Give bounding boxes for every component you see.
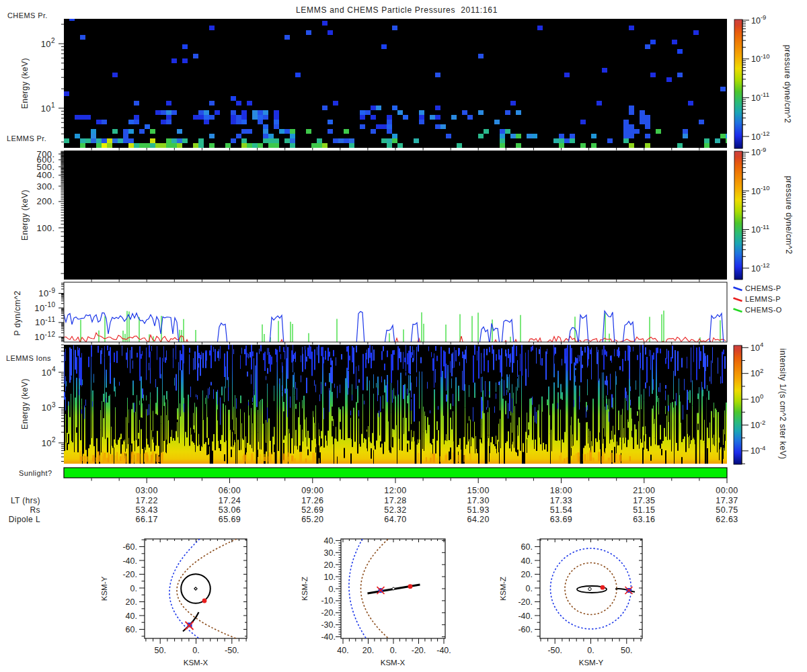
svg-text:09:00: 09:00 xyxy=(301,486,323,495)
svg-text:-40.: -40. xyxy=(122,556,137,566)
svg-text:03:00: 03:00 xyxy=(136,486,158,495)
svg-text:17.26: 17.26 xyxy=(301,496,323,505)
svg-text:17.24: 17.24 xyxy=(219,496,241,505)
svg-text:17.22: 17.22 xyxy=(136,496,158,505)
svg-text:51.15: 51.15 xyxy=(633,505,655,515)
svg-text:Rs: Rs xyxy=(30,505,40,515)
svg-text:LEMMS and CHEMS Particle Press: LEMMS and CHEMS Particle Pressures 2011:… xyxy=(296,5,498,15)
svg-text:-40.: -40. xyxy=(518,612,533,621)
svg-text:06:00: 06:00 xyxy=(219,486,241,495)
svg-text:52.69: 52.69 xyxy=(301,505,323,515)
svg-text:LT (hrs): LT (hrs) xyxy=(11,496,40,505)
svg-text:CHEMS-P: CHEMS-P xyxy=(745,284,781,292)
svg-text:0.: 0. xyxy=(192,646,199,655)
svg-text:17.28: 17.28 xyxy=(384,496,406,505)
svg-text:200.: 200. xyxy=(37,196,55,206)
svg-text:-40.: -40. xyxy=(436,646,451,655)
svg-text:60.: 60. xyxy=(126,625,137,634)
svg-text:-60.: -60. xyxy=(122,542,137,552)
svg-text:-40.: -40. xyxy=(321,632,336,642)
svg-text:KSM-Y: KSM-Y xyxy=(579,659,604,667)
svg-text:intensity 1/(s cm^2 ster keV): intensity 1/(s cm^2 ster keV) xyxy=(778,349,787,460)
svg-text:-20.: -20. xyxy=(122,570,137,579)
svg-text:64.20: 64.20 xyxy=(467,515,490,524)
svg-text:17.33: 17.33 xyxy=(550,496,572,505)
svg-text:66.17: 66.17 xyxy=(136,515,158,524)
svg-text:52.32: 52.32 xyxy=(384,505,406,515)
svg-text:20.: 20. xyxy=(324,560,336,570)
svg-text:pressure dyne/cm^2: pressure dyne/cm^2 xyxy=(783,45,792,124)
svg-text:12:00: 12:00 xyxy=(384,486,406,495)
svg-text:300.: 300. xyxy=(37,181,55,192)
svg-text:51.93: 51.93 xyxy=(467,505,490,515)
svg-text:10.: 10. xyxy=(324,573,336,582)
svg-text:50.: 50. xyxy=(155,646,166,655)
svg-text:100.: 100. xyxy=(37,223,55,233)
svg-text:17.35: 17.35 xyxy=(633,496,655,505)
svg-text:-20.: -20. xyxy=(518,597,533,607)
svg-text:KSM-Y: KSM-Y xyxy=(100,576,108,601)
svg-text:700.: 700. xyxy=(37,149,55,159)
svg-text:CHEMS Pr.: CHEMS Pr. xyxy=(7,11,48,19)
svg-text:53.43: 53.43 xyxy=(136,505,158,515)
svg-text:KSM-Z: KSM-Z xyxy=(499,577,507,601)
svg-text:KSM-Z: KSM-Z xyxy=(301,577,309,601)
svg-text:17.37: 17.37 xyxy=(716,496,738,505)
svg-text:-60.: -60. xyxy=(518,625,533,634)
svg-text:40.: 40. xyxy=(337,646,348,655)
svg-text:30.: 30. xyxy=(324,548,336,558)
svg-text:15:00: 15:00 xyxy=(467,486,490,495)
svg-text:40.: 40. xyxy=(521,556,533,566)
svg-text:-10.: -10. xyxy=(321,596,336,605)
svg-text:0.: 0. xyxy=(587,646,594,655)
svg-text:Energy (keV): Energy (keV) xyxy=(20,190,30,241)
svg-text:21:00: 21:00 xyxy=(633,486,655,495)
svg-text:20.: 20. xyxy=(362,646,374,655)
svg-text:65.20: 65.20 xyxy=(301,515,323,524)
svg-text:P dyn/cm^2: P dyn/cm^2 xyxy=(13,290,22,335)
svg-text:0.: 0. xyxy=(329,585,336,594)
svg-text:17.30: 17.30 xyxy=(467,496,490,505)
svg-text:50.75: 50.75 xyxy=(716,505,738,515)
svg-text:65.69: 65.69 xyxy=(219,515,241,524)
svg-text:63.16: 63.16 xyxy=(633,515,655,524)
svg-text:Energy (keV): Energy (keV) xyxy=(20,58,30,109)
svg-text:0.: 0. xyxy=(130,584,137,593)
svg-text:LEMMS-P: LEMMS-P xyxy=(745,295,781,303)
svg-text:64.70: 64.70 xyxy=(384,515,406,524)
svg-text:CHEMS-O: CHEMS-O xyxy=(745,306,782,314)
svg-text:Energy (keV): Energy (keV) xyxy=(20,378,30,429)
svg-text:LEMMS Ions: LEMMS Ions xyxy=(6,354,51,362)
svg-text:pressure dyne/cm^2: pressure dyne/cm^2 xyxy=(784,176,794,255)
svg-text:-30.: -30. xyxy=(321,620,336,630)
svg-text:53.06: 53.06 xyxy=(219,505,241,515)
svg-text:00:00: 00:00 xyxy=(716,486,738,495)
svg-text:18:00: 18:00 xyxy=(550,486,572,495)
svg-text:LEMMS Pr.: LEMMS Pr. xyxy=(7,134,46,142)
svg-text:0.: 0. xyxy=(526,584,533,593)
svg-text:20.: 20. xyxy=(126,597,137,607)
svg-text:20.: 20. xyxy=(521,570,533,579)
svg-text:-50.: -50. xyxy=(547,646,562,655)
svg-text:63.69: 63.69 xyxy=(550,515,572,524)
svg-text:51.54: 51.54 xyxy=(550,505,572,515)
svg-text:-50.: -50. xyxy=(225,646,239,655)
svg-text:Sunlight?: Sunlight? xyxy=(19,469,52,477)
svg-text:-20.: -20. xyxy=(321,608,336,618)
svg-text:60.: 60. xyxy=(521,542,533,552)
svg-text:-20.: -20. xyxy=(412,646,426,655)
svg-text:Dipole L: Dipole L xyxy=(9,515,40,524)
svg-text:40.: 40. xyxy=(126,612,137,621)
svg-text:40.: 40. xyxy=(324,536,336,546)
svg-text:50.: 50. xyxy=(621,646,632,655)
svg-text:0.: 0. xyxy=(390,646,397,655)
svg-text:62.63: 62.63 xyxy=(716,515,738,524)
svg-text:KSM-X: KSM-X xyxy=(381,659,406,667)
svg-text:KSM-X: KSM-X xyxy=(184,659,208,667)
